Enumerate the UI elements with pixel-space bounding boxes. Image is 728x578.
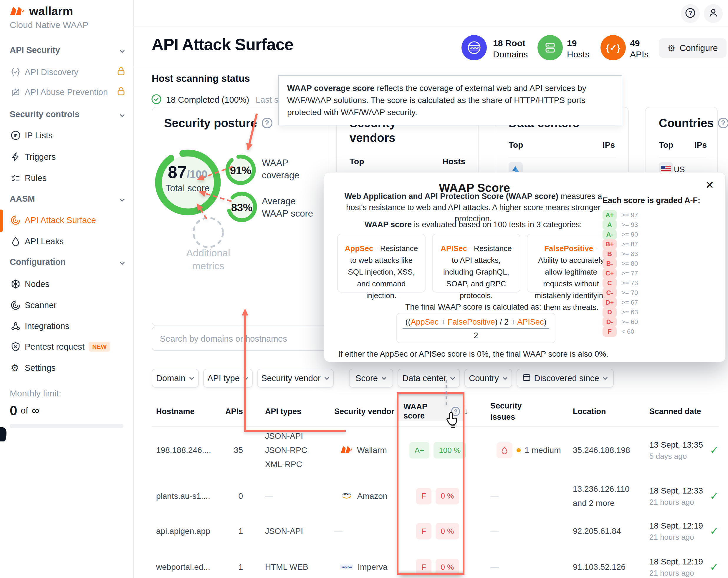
hosts-stat-icon [538,35,563,60]
filter-api-type[interactable]: API type [203,369,253,388]
additional-metrics-circle[interactable] [190,215,226,250]
sidebar-item-api-discovery[interactable]: API Discovery [0,63,133,81]
lightning-icon [10,152,25,162]
countries-col-ips: IPs [695,140,707,150]
header-divider [133,67,728,67]
calendar-icon [522,373,531,383]
chevron-down-icon [502,377,508,380]
col-apis[interactable]: APIs [216,397,243,426]
score-badge: 0 % [436,559,460,575]
formula-box: ((AppSec + FalsePositive) / 2 + APISec) … [396,313,555,343]
shield-icon [10,342,25,352]
vendors-col-top: Top [349,157,364,166]
total-score-value: 87 [168,162,187,182]
api-types-cell: JSON-API JSON-RPC XML-RPC [265,430,324,471]
sidebar-section-configuration[interactable]: Configuration [0,253,133,271]
sidebar-section-security-controls[interactable]: Security controls [0,105,133,123]
api-types-cell: — [265,476,324,516]
col-api-types[interactable]: API types [265,397,324,426]
avg-waap-score-label: Average [262,195,313,208]
sidebar: wallarm Cloud Native WAAP API Security A… [0,0,134,578]
table-row[interactable]: api.apigen.app 1 JSON-API — F 0 % — 92.2… [152,515,719,547]
sidebar-item-scanner[interactable]: Scanner [0,296,133,314]
grade-badge: F [416,559,432,575]
countries-card-title: Countries [659,116,714,130]
leak-drop-icon [496,442,513,458]
chevron-down-icon [120,257,125,267]
sidebar-item-rules[interactable]: Rules [0,169,133,187]
table-row[interactable]: 198.188.246.... 35 JSON-API JSON-RPC XML… [152,430,719,471]
table-row[interactable]: webportal.ed... 1 HTML WEB Imperva Imper… [152,548,719,578]
sidebar-item-pentest-request[interactable]: Pentest request NEW [0,338,133,356]
sidebar-section-api-security[interactable]: API Security [0,41,133,59]
sidebar-item-api-abuse-prevention[interactable]: API Abuse Prevention [0,83,133,101]
aws-vendor-icon: aws [340,490,353,502]
scanned-date-cell: 13 Sept, 13:35 5 days ago [649,430,717,471]
scanned-date-cell: 18 Sept, 12:19 21 hours ago [649,515,717,547]
monthly-limit-value: 0 [10,403,17,418]
col-security-issues[interactable]: Security issues [490,397,538,426]
scan-ok-check-icon: ✓ [710,430,722,471]
brand-name: wallarm [29,5,73,18]
vendors-col-hosts: Hosts [442,157,465,166]
chevron-down-icon [602,377,608,380]
sidebar-item-settings[interactable]: ⚙ Settings [0,359,133,377]
filter-country[interactable]: Country [464,369,512,388]
filter-data-center[interactable]: Data center [397,369,460,388]
hostname-cell[interactable]: plants.au-s1.... [156,476,212,516]
question-circle-icon: ? [684,7,696,20]
sidebar-item-ip-lists[interactable]: IP IP Lists [0,127,133,144]
location-cell: 91.103.52.126 [573,548,638,578]
sidebar-item-api-attack-surface[interactable]: API Attack Surface [0,211,133,229]
braces-check-white-icon: {✓} [606,43,621,53]
question-circle-icon[interactable]: ? [262,118,272,128]
question-circle-icon[interactable]: ? [718,118,728,128]
help-button[interactable]: ? [681,4,700,23]
hostname-cell[interactable]: api.apigen.app [156,515,212,547]
sidebar-item-triggers[interactable]: Triggers [0,148,133,166]
col-scanned-date[interactable]: Scanned date [649,397,720,426]
filter-domain[interactable]: Domain [152,369,199,388]
grade-badge: F [602,327,617,337]
stat-root-domains-value: 18 Root [493,38,528,49]
col-location[interactable]: Location [573,397,632,426]
posture-card-title: Security posture [164,116,257,130]
waap-score-cell: F 0 % [405,548,470,578]
robot-blocked-icon [10,87,25,97]
sidebar-item-integrations[interactable]: Integrations [0,317,133,335]
svg-text:IP: IP [14,133,18,138]
filter-discovered-since[interactable]: Discovered since [517,369,614,388]
col-hostname[interactable]: Hostname [156,397,212,426]
waap-score-modal: WAAP Score ✕ Web Application and API Pro… [324,172,726,362]
additional-metrics-label: Additional [182,246,235,259]
datacenters-col-ips: IPs [602,140,615,150]
wallarm-logo[interactable]: wallarm [10,5,73,18]
grade-badge: D [602,307,617,317]
formula-numerator: ((AppSec + FalsePositive) / 2 + APISec) [402,318,549,329]
lock-icon [117,87,125,98]
sidebar-item-nodes[interactable]: Nodes [0,275,133,293]
close-icon[interactable]: ✕ [705,179,714,191]
scan-ok-check-icon: ✓ [710,476,722,516]
configure-button[interactable]: ⚙ Configure [659,38,727,58]
radar-spiral-icon [10,215,25,225]
col-security-vendor[interactable]: Security vendor [334,397,399,426]
grade-badge: D- [602,317,617,327]
security-issues-cell: — [490,515,567,547]
filter-score[interactable]: Score [349,369,393,388]
sort-desc-icon[interactable]: ↓ [464,407,468,416]
brand-subtitle: Cloud Native WAAP [10,20,88,30]
user-menu-button[interactable] [704,4,723,23]
filter-security-vendor[interactable]: Security vendor [257,369,334,388]
hostname-cell[interactable]: webportal.ed... [156,548,212,578]
hostname-cell[interactable]: 198.188.246.... [156,430,212,471]
grade-badge: B+ [602,239,617,249]
waap-coverage-tooltip: WAAP coverage score reflects the coverag… [278,75,622,126]
modal-final-label: The final WAAP score is calculated as: [337,301,609,312]
table-row[interactable]: plants.au-s1.... 0 — aws Amazon F 0 % — … [152,476,719,516]
grade-badge: B [602,249,617,259]
sidebar-item-api-leaks[interactable]: API Leaks [0,232,133,250]
api-types-cell: JSON-API [265,515,324,547]
sidebar-section-aasm[interactable]: AASM [0,190,133,208]
svg-text:?: ? [688,10,692,16]
